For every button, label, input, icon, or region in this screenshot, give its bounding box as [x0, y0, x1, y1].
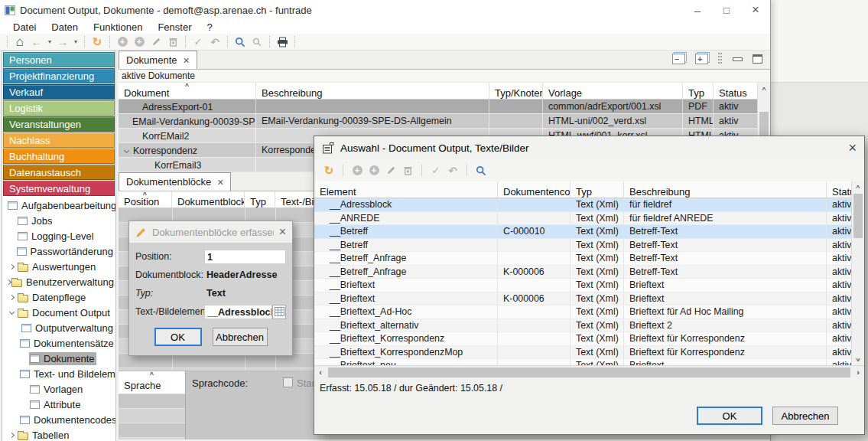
tree-item[interactable]: Passwortänderung [2, 243, 115, 259]
scroll-up-icon[interactable] [758, 83, 770, 95]
selection-row[interactable]: __Betreff Text (Xml) Betreff-Text aktiv [314, 239, 851, 253]
selection-scrollbar[interactable] [851, 181, 864, 365]
tree-item[interactable]: Logging-Level [2, 228, 115, 243]
column-header-dokumentblock[interactable]: Dokumentblock [172, 191, 245, 207]
tree-expander[interactable] [7, 312, 17, 314]
sidebar-category-button[interactable]: Logistik [3, 100, 115, 116]
scroll-up-icon[interactable] [852, 181, 864, 193]
menu-item[interactable]: Fenster [151, 21, 198, 33]
tree-item[interactable]: Attribute [2, 397, 115, 412]
back-icon[interactable] [28, 34, 45, 50]
scrollbar-thumb[interactable] [853, 194, 863, 238]
close-icon[interactable] [279, 225, 286, 239]
tree-item[interactable]: Benutzerverwaltung [2, 274, 115, 289]
collapse-all-icon[interactable] [672, 54, 685, 64]
tree-item[interactable]: Aufgabenbearbeitung [2, 198, 115, 213]
maximize-panel-icon[interactable] [753, 54, 762, 64]
tree-item[interactable]: Vorlagen [2, 381, 115, 397]
scroll-right-icon[interactable] [852, 368, 864, 377]
search-icon[interactable] [232, 34, 249, 50]
menu-item[interactable]: Daten [44, 21, 85, 33]
delete-trash-icon[interactable] [399, 163, 416, 178]
delete-trash-icon[interactable] [164, 34, 181, 50]
tree-expander[interactable] [7, 433, 17, 437]
tab-close-icon[interactable] [183, 54, 189, 67]
column-header-element[interactable]: Element [314, 181, 498, 198]
refresh-icon[interactable] [89, 34, 106, 50]
sidebar-category-button[interactable]: Systemverwaltung [3, 181, 115, 196]
edit-pencil-icon[interactable] [148, 34, 164, 50]
field-value[interactable]: HeaderAdresse [204, 268, 286, 282]
column-header-sprache[interactable]: Sprache [119, 371, 185, 394]
tree-item[interactable]: Datenpflege [2, 289, 115, 305]
selection-row[interactable]: __Brieftext_neu Text (Xml) Brieftext akt… [314, 359, 851, 365]
selection-row[interactable]: __Betreff_Anfrage Text (Xml) Betreff-Tex… [314, 252, 851, 266]
tab-dokumentenbloecke[interactable]: Dokumentenblöcke [119, 172, 231, 191]
field-value[interactable]: 1 [204, 250, 286, 264]
more-options-icon[interactable] [718, 53, 723, 65]
selection-row[interactable]: __Brieftext Text (Xml) Brieftext aktiv [314, 279, 851, 292]
forward-icon[interactable] [54, 34, 71, 50]
selection-row[interactable]: __Betreff_Anfrage K-000006 Text (Xml) Be… [314, 266, 851, 279]
search-secondary-icon[interactable] [249, 34, 265, 50]
selection-row[interactable]: __Brieftext K-000006 Text (Xml) Brieftex… [314, 292, 851, 306]
tree-expander[interactable] [7, 280, 11, 284]
document-row[interactable]: EMail-Verdankung-00039-SPE-DS EMail-Verd… [119, 114, 757, 129]
close-icon[interactable] [848, 140, 857, 156]
ok-button[interactable]: OK [697, 407, 762, 425]
scroll-down-icon[interactable] [852, 354, 864, 365]
menu-item[interactable]: Datei [6, 21, 43, 33]
column-header-dokument[interactable]: Dokument [119, 83, 256, 99]
menu-item[interactable]: ? [200, 21, 219, 33]
back-caret-icon[interactable] [45, 34, 54, 50]
ok-button[interactable]: OK [154, 328, 202, 346]
column-header-beschreibung[interactable]: Beschreibung [624, 181, 827, 198]
undo-icon[interactable] [444, 163, 461, 178]
tab-close-icon[interactable] [217, 176, 223, 188]
column-header-typ[interactable]: Typ [245, 191, 275, 207]
tree-item[interactable]: Dokumente [2, 351, 115, 366]
close-icon[interactable] [741, 0, 770, 20]
sidebar-category-button[interactable]: Nachlass [3, 132, 115, 148]
tree-item[interactable]: Outputverwaltung [2, 320, 115, 335]
tree-item[interactable]: Dokumentencodes [2, 412, 115, 427]
cancel-button[interactable]: Abbrechen [213, 328, 268, 346]
maximize-icon[interactable] [712, 0, 741, 20]
add-icon[interactable] [114, 34, 131, 50]
tree-item[interactable]: Dokumentensätze [2, 335, 115, 351]
lookup-grid-icon[interactable] [272, 305, 286, 319]
column-header-status[interactable]: Status [714, 83, 757, 99]
minimize-panel-icon[interactable] [733, 55, 743, 64]
edit-dialog-titlebar[interactable]: Dokumentenblöcke erfassen [129, 221, 292, 243]
selection-row[interactable]: __Betreff C-000010 Text (Xml) Betreff-Te… [314, 225, 851, 239]
document-row[interactable]: AdressExport-01 common/adrExport/001.xsl… [119, 100, 757, 114]
selection-row[interactable]: __Brieftext_KorrespondenzMop Text (Xml) … [314, 346, 851, 360]
selection-row[interactable]: __Adressblock Text (Xml) für fieldref ak… [314, 198, 851, 212]
selection-row[interactable]: __Brieftext_alternativ Text (Xml) Brieft… [314, 319, 851, 333]
tree-item[interactable]: Tabellen [2, 427, 115, 441]
sidebar-category-button[interactable]: Projektfinanzierung [3, 68, 115, 83]
title-bar[interactable]: Document Output, Dokumente - demoft@asp.… [0, 0, 770, 20]
print-icon[interactable] [274, 34, 291, 50]
scroll-left-icon[interactable] [314, 368, 327, 377]
search-icon[interactable] [473, 163, 489, 178]
field-value[interactable]: Text [204, 286, 286, 300]
selection-row[interactable]: __Brieftext_Ad-Hoc Text (Xml) Brieftext … [314, 305, 851, 319]
add-icon[interactable] [349, 163, 366, 178]
selection-row[interactable]: __Brieftext_Korrespondenz Text (Xml) Bri… [314, 332, 851, 346]
selection-dialog-titlebar[interactable]: Auswahl - Document Output, Texte/Bilder [314, 136, 864, 159]
expand-all-icon[interactable] [695, 54, 708, 64]
home-icon[interactable] [11, 34, 28, 50]
tree-item[interactable]: Document Output [2, 305, 115, 320]
tree-expander[interactable] [7, 265, 17, 269]
column-header-typ[interactable]: Typ [571, 181, 624, 198]
tree-item[interactable]: Auswertungen [2, 259, 115, 274]
column-header-position[interactable]: Position [119, 191, 172, 207]
tree-item[interactable]: Jobs [2, 213, 115, 228]
row-expand-icon[interactable] [124, 147, 129, 152]
horizontal-scrollbar[interactable] [314, 365, 864, 378]
minimize-icon[interactable] [683, 0, 712, 20]
column-header-vorlage[interactable]: Vorlage [543, 83, 683, 99]
column-header-dokumentencode[interactable]: Dokumentencode [498, 181, 571, 198]
sidebar-category-button[interactable]: Verkauf [3, 84, 115, 100]
